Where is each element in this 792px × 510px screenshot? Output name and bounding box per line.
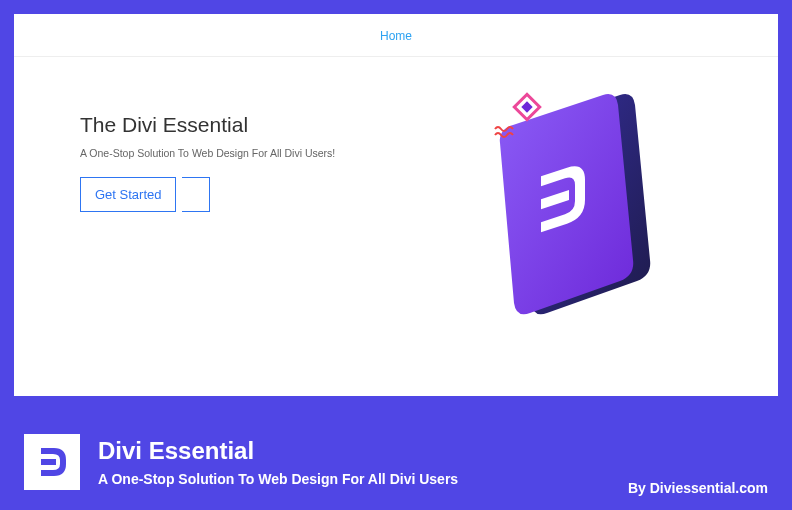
hero-text-column: The Divi Essential A One-Stop Solution T… xyxy=(80,87,370,327)
svg-rect-2 xyxy=(521,101,532,112)
hero-title: The Divi Essential xyxy=(80,113,370,137)
hero-graphic xyxy=(410,87,730,327)
footer-banner: Divi Essential A One-Stop Solution To We… xyxy=(14,414,778,510)
footer-text: Divi Essential A One-Stop Solution To We… xyxy=(98,437,610,487)
secondary-button[interactable] xyxy=(182,177,210,212)
footer-author: By Diviessential.com xyxy=(628,480,768,510)
nav-bar: Home xyxy=(14,14,778,57)
footer-logo xyxy=(24,434,80,490)
button-row: Get Started xyxy=(80,177,370,212)
hero-section: The Divi Essential A One-Stop Solution T… xyxy=(14,57,778,327)
main-card: Home The Divi Essential A One-Stop Solut… xyxy=(14,14,778,396)
hero-subtitle: A One-Stop Solution To Web Design For Al… xyxy=(80,147,370,159)
footer-subtitle: A One-Stop Solution To Web Design For Al… xyxy=(98,471,610,487)
footer-title: Divi Essential xyxy=(98,437,610,465)
isometric-card-icon xyxy=(465,87,675,327)
brand-d-icon xyxy=(34,444,70,480)
get-started-button[interactable]: Get Started xyxy=(80,177,176,212)
nav-link-home[interactable]: Home xyxy=(380,29,412,43)
